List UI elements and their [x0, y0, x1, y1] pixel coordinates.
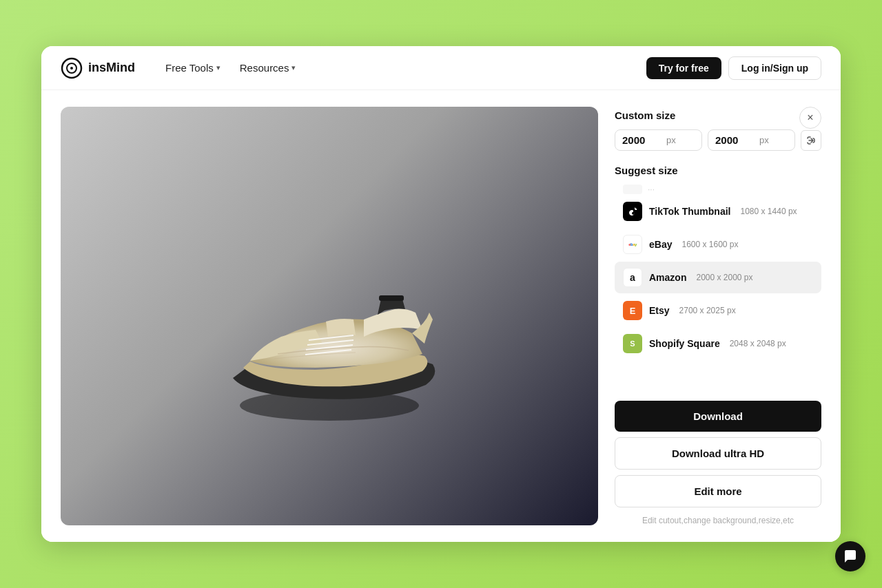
etsy-size: 2700 x 2025 px	[679, 306, 736, 315]
custom-size-row: px px	[615, 129, 821, 151]
svg-rect-8	[379, 295, 404, 301]
link-icon	[806, 135, 817, 146]
ebay-icon: ebay	[623, 235, 642, 254]
amazon-icon: a	[623, 268, 642, 287]
suggest-size-section: Suggest size ···	[615, 165, 821, 390]
chat-button[interactable]	[835, 541, 865, 571]
main-nav: Free Tools ▾ Resources ▾	[157, 58, 646, 78]
suggest-item-etsy[interactable]: E Etsy 2700 x 2025 px	[615, 295, 821, 326]
custom-size-label: Custom size	[615, 109, 821, 121]
etsy-name: Etsy	[649, 305, 670, 316]
edit-more-button[interactable]: Edit more	[615, 475, 821, 507]
height-input-wrap: px	[708, 129, 795, 151]
width-input[interactable]	[622, 134, 664, 146]
header-actions: Try for free Log in/Sign up	[646, 56, 821, 80]
suggest-item-amazon[interactable]: a Amazon 2000 x 2000 px	[615, 262, 821, 293]
suggest-item-tiktok[interactable]: TikTok Thumbnail 1080 x 1440 px	[615, 196, 821, 227]
chevron-down-icon: ▾	[291, 63, 296, 72]
product-image	[61, 107, 598, 525]
suggest-list: TikTok Thumbnail 1080 x 1440 px ebay eBa…	[615, 196, 821, 359]
suggest-size-label: Suggest size	[615, 165, 821, 176]
ebay-size: 1600 x 1600 px	[681, 240, 738, 249]
custom-size-section: Custom size px px	[615, 107, 821, 165]
suggest-item-shopify[interactable]: S Shopify Square 2048 x 2048 px	[615, 328, 821, 359]
shoe-illustration	[178, 199, 481, 433]
edit-hint-text: Edit cutout,change background,resize,etc	[615, 516, 821, 525]
chat-icon	[843, 549, 858, 564]
shopify-name: Shopify Square	[649, 338, 720, 349]
header: insMind Free Tools ▾ Resources ▾ Try for…	[41, 46, 841, 90]
download-ultra-hd-button[interactable]: Download ultra HD	[615, 437, 821, 470]
logo[interactable]: insMind	[61, 57, 135, 79]
logo-text: insMind	[88, 61, 135, 75]
width-input-wrap: px	[615, 129, 702, 151]
amazon-size: 2000 x 2000 px	[696, 273, 752, 282]
action-buttons: Download Download ultra HD Edit more Edi…	[615, 401, 821, 525]
height-input[interactable]	[715, 134, 757, 146]
app-window: insMind Free Tools ▾ Resources ▾ Try for…	[41, 46, 841, 542]
try-for-free-button[interactable]: Try for free	[646, 57, 721, 79]
nav-item-free-tools[interactable]: Free Tools ▾	[157, 58, 229, 78]
close-button[interactable]: ×	[799, 107, 821, 129]
suggest-item-ebay[interactable]: ebay eBay 1600 x 1600 px	[615, 229, 821, 260]
svg-point-2	[70, 67, 73, 70]
shopify-icon: S	[623, 334, 642, 353]
right-panel: × Custom size px px	[615, 107, 821, 525]
tiktok-size: 1080 x 1440 px	[741, 207, 797, 216]
logo-icon	[61, 57, 83, 79]
ebay-name: eBay	[649, 239, 672, 250]
download-button[interactable]: Download	[615, 401, 821, 432]
amazon-name: Amazon	[649, 272, 686, 283]
suggest-item-partial: ···	[615, 182, 821, 196]
height-unit: px	[759, 135, 769, 145]
chevron-down-icon: ▾	[216, 63, 220, 72]
image-panel	[61, 107, 598, 525]
link-aspect-ratio-button[interactable]	[801, 130, 821, 151]
etsy-icon: E	[623, 301, 642, 320]
tiktok-name: TikTok Thumbnail	[649, 206, 731, 217]
login-signup-button[interactable]: Log in/Sign up	[728, 56, 821, 80]
width-unit: px	[666, 135, 676, 145]
shopify-size: 2048 x 2048 px	[730, 339, 786, 348]
main-content: × Custom size px px	[41, 90, 841, 542]
tiktok-icon	[623, 202, 642, 221]
nav-item-resources[interactable]: Resources ▾	[232, 58, 305, 78]
